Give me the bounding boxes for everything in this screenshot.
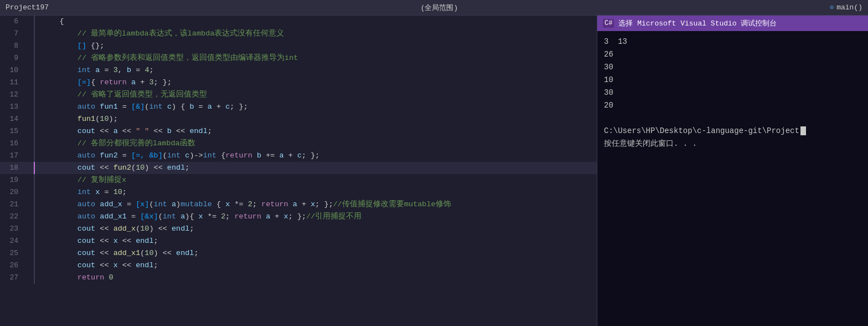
console-content: 3 13 26 30 10 30 20 C:\Users\HP\Desktop\… xyxy=(597,31,868,326)
code-content-13: auto fun1 = [&](int c) { b = a + c; }; xyxy=(39,101,597,113)
line-num-19: 19 xyxy=(0,174,25,186)
code-content-15: cout << a << " " << b << endl; xyxy=(39,125,597,137)
line-num-24: 24 xyxy=(0,235,25,247)
console-output-1: 3 13 xyxy=(604,35,861,48)
gutter-20 xyxy=(25,186,35,198)
code-line-15: 15 cout << a << " " << b << endl; xyxy=(0,125,597,137)
console-output-2: 26 xyxy=(604,48,861,61)
console-output-4: 10 xyxy=(604,74,861,86)
line-num-12: 12 xyxy=(0,89,25,101)
code-line-8: 8 [] {}; xyxy=(0,40,597,52)
line-num-8: 8 xyxy=(0,40,25,52)
code-content-16: // 各部分都很完善的lambda函数 xyxy=(39,137,597,150)
line-num-17: 17 xyxy=(0,150,25,162)
code-line-11: 11 [=]{ return a + 3; }; xyxy=(0,77,597,89)
code-line-24: 24 cout << x << endl; xyxy=(0,235,597,247)
scope-label: (全局范围) xyxy=(60,3,819,13)
code-line-6: 6 { xyxy=(0,16,597,28)
code-content-18: cout << fun2(10) << endl; xyxy=(39,162,597,174)
code-content-12: // 省略了返回值类型，无返回值类型 xyxy=(39,89,597,101)
code-content-20: int x = 10; xyxy=(39,186,597,198)
function-label: ⊙ main() xyxy=(830,3,862,12)
code-line-21: 21 auto add_x = [x](int a)mutable { x *=… xyxy=(0,198,597,211)
code-line-26: 26 cout << x << endl; xyxy=(0,259,597,272)
code-line-14: 14 fun1(10); xyxy=(0,113,597,125)
gutter-16 xyxy=(25,137,35,150)
line-num-27: 27 xyxy=(0,272,25,284)
gutter-18 xyxy=(25,162,35,174)
line-num-9: 9 xyxy=(0,52,25,64)
console-output-6: 20 xyxy=(604,99,861,112)
project-name: Project197 xyxy=(6,3,49,12)
code-content-11: [=]{ return a + 3; }; xyxy=(39,77,597,89)
code-line-23: 23 cout << add_x(10) << endl; xyxy=(0,223,597,235)
line-num-10: 10 xyxy=(0,64,25,77)
code-line-18: 18 cout << fun2(10) << endl; xyxy=(0,162,597,174)
gutter-26 xyxy=(25,259,35,272)
code-line-13: 13 auto fun1 = [&](int c) { b = a + c; }… xyxy=(0,101,597,113)
code-content-19: // 复制捕捉x xyxy=(39,174,597,186)
line-num-21: 21 xyxy=(0,198,25,211)
gutter-23 xyxy=(25,223,35,235)
gutter-24 xyxy=(25,235,35,247)
code-content-17: auto fun2 = [=, &b](int c)->int {return … xyxy=(39,150,597,162)
line-num-16: 16 xyxy=(0,137,25,150)
code-content-21: auto add_x = [x](int a)mutable { x *= 2;… xyxy=(39,198,597,211)
line-num-11: 11 xyxy=(0,77,25,89)
gutter-15 xyxy=(25,125,35,137)
code-content-27: return 0 xyxy=(39,272,597,284)
gutter-12 xyxy=(25,89,35,101)
code-line-27: 27 return 0 xyxy=(0,272,597,284)
console-output-5: 30 xyxy=(604,86,861,99)
code-content-24: cout << x << endl; xyxy=(39,235,597,247)
line-num-14: 14 xyxy=(0,113,25,125)
code-content-23: cout << add_x(10) << endl; xyxy=(39,223,597,235)
func-name: main() xyxy=(836,3,862,12)
code-line-16: 16 // 各部分都很完善的lambda函数 xyxy=(0,137,597,150)
code-content-25: cout << add_x1(10) << endl; xyxy=(39,247,597,259)
gutter-27 xyxy=(25,272,35,284)
gutter-7 xyxy=(25,28,35,40)
console-output-blank xyxy=(604,112,861,125)
console-output-3: 30 xyxy=(604,61,861,74)
console-window: C# 选择 Microsoft Visual Studio 调试控制台 3 13… xyxy=(597,16,868,326)
gutter-10 xyxy=(25,64,35,77)
code-content-7: // 最简单的lambda表达式，该lambda表达式没有任何意义 xyxy=(39,28,597,40)
line-num-13: 13 xyxy=(0,101,25,113)
console-title-text: 选择 Microsoft Visual Studio 调试控制台 xyxy=(618,18,777,28)
line-num-20: 20 xyxy=(0,186,25,198)
gutter-19 xyxy=(25,174,35,186)
gutter-14 xyxy=(25,113,35,125)
code-line-7: 7 // 最简单的lambda表达式，该lambda表达式没有任何意义 xyxy=(0,28,597,40)
line-num-15: 15 xyxy=(0,125,25,137)
line-num-23: 23 xyxy=(0,223,25,235)
code-editor[interactable]: 6 { 7 // 最简单的lambda表达式，该lambda表达式没有任何意义 … xyxy=(0,16,597,326)
gutter-22 xyxy=(25,211,35,223)
gutter-25 xyxy=(25,247,35,259)
gutter-17 xyxy=(25,150,35,162)
line-num-26: 26 xyxy=(0,259,25,272)
code-line-12: 12 // 省略了返回值类型，无返回值类型 xyxy=(0,89,597,101)
gutter-9 xyxy=(25,52,35,64)
gutter-21 xyxy=(25,198,35,211)
gutter-8 xyxy=(25,40,35,52)
line-num-7: 7 xyxy=(0,28,25,40)
main-area: 6 { 7 // 最简单的lambda表达式，该lambda表达式没有任何意义 … xyxy=(0,16,868,326)
func-icon: ⊙ xyxy=(830,3,834,12)
code-content-26: cout << x << endl; xyxy=(39,259,597,272)
title-bar: Project197 (全局范围) ⊙ main() xyxy=(0,0,868,16)
console-title-bar: C# 选择 Microsoft Visual Studio 调试控制台 xyxy=(597,16,868,31)
line-num-6: 6 xyxy=(0,16,25,28)
gutter-11 xyxy=(25,77,35,89)
code-line-22: 22 auto add_x1 = [&x](int a){ x *= 2; re… xyxy=(0,211,597,223)
code-line-19: 19 // 复制捕捉x xyxy=(0,174,597,186)
code-content-14: fun1(10); xyxy=(39,113,597,125)
code-line-20: 20 int x = 10; xyxy=(0,186,597,198)
console-press-key: 按任意键关闭此窗口. . . xyxy=(604,137,861,150)
code-content-22: auto add_x1 = [&x](int a){ x *= 2; retur… xyxy=(39,211,597,223)
gutter-6 xyxy=(25,16,35,28)
code-lines: 6 { 7 // 最简单的lambda表达式，该lambda表达式没有任何意义 … xyxy=(0,16,597,284)
console-cursor xyxy=(800,126,806,135)
code-content-10: int a = 3, b = 4; xyxy=(39,64,597,77)
code-content-8: [] {}; xyxy=(39,40,597,52)
